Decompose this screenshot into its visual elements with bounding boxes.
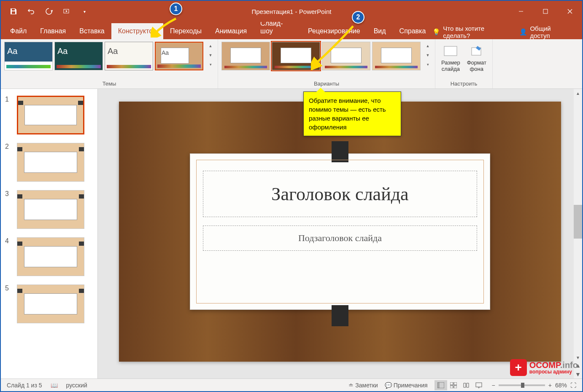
customize-group-label: Настроить bbox=[451, 79, 478, 89]
fit-to-window-icon[interactable]: ⛶ bbox=[570, 382, 576, 389]
gallery-down-icon[interactable]: ▼ bbox=[424, 51, 431, 59]
svg-rect-1 bbox=[543, 9, 548, 13]
tab-view[interactable]: Вид bbox=[367, 23, 393, 39]
minimize-button[interactable] bbox=[509, 1, 533, 22]
tab-home[interactable]: Главная bbox=[33, 23, 73, 39]
themes-group: Aa Aa Aa Aa ▲ ▼ ▾ Темы bbox=[1, 39, 218, 89]
workspace: 1 2 3 4 5 Заголовок слайда Подзаго bbox=[1, 89, 582, 379]
themes-group-label: Темы bbox=[103, 79, 116, 89]
zoom-slider[interactable] bbox=[499, 384, 545, 386]
svg-rect-7 bbox=[454, 382, 457, 385]
svg-rect-5 bbox=[437, 382, 440, 388]
language-indicator[interactable]: русский bbox=[66, 382, 87, 389]
gallery-expand-icon[interactable]: ▾ bbox=[207, 60, 214, 69]
format-background-label: Формат фона bbox=[467, 59, 486, 72]
watermark-main: OCOMP bbox=[529, 360, 560, 370]
qat-customize-icon[interactable]: ▾ bbox=[79, 6, 89, 16]
slide-number: 4 bbox=[5, 237, 13, 245]
slide-sorter-view-icon[interactable] bbox=[447, 380, 460, 390]
tell-me-search[interactable]: 💡 Что вы хотите сделать? bbox=[432, 25, 511, 39]
slide-thumbnail[interactable] bbox=[17, 285, 84, 323]
svg-rect-8 bbox=[450, 386, 453, 388]
slide-thumbnail[interactable] bbox=[17, 96, 84, 134]
slide-thumbnail[interactable] bbox=[17, 143, 84, 182]
slide-thumbnail[interactable] bbox=[17, 237, 84, 276]
variants-gallery-more[interactable]: ▲ ▼ ▾ bbox=[424, 42, 432, 69]
slide-canvas[interactable]: Заголовок слайда Подзаголовок слайда bbox=[119, 102, 561, 362]
theme-thumbnail[interactable]: Aa bbox=[105, 42, 153, 70]
reading-view-icon[interactable] bbox=[460, 380, 472, 390]
annotation-marker-1: 1 bbox=[170, 3, 182, 15]
tab-animations[interactable]: Анимация bbox=[208, 23, 254, 39]
slide-number: 1 bbox=[5, 96, 13, 103]
subtitle-placeholder[interactable]: Подзаголовок слайда bbox=[203, 226, 478, 251]
slide-size-label: Размер слайда bbox=[441, 59, 460, 72]
zoom-control: − + 68% ⛶ bbox=[492, 382, 576, 389]
slide-thumbnail-item[interactable]: 3 bbox=[5, 190, 93, 229]
close-button[interactable] bbox=[558, 1, 582, 22]
slide-thumbnail[interactable] bbox=[17, 190, 84, 229]
scrollbar-thumb[interactable] bbox=[574, 205, 582, 239]
slide-content-card: Заголовок слайда Подзаголовок слайда bbox=[190, 153, 491, 309]
svg-rect-2 bbox=[444, 46, 457, 56]
redo-icon[interactable] bbox=[44, 6, 54, 16]
status-bar: Слайд 1 из 5 📖 русский ≐ Заметки 💬 Приме… bbox=[1, 379, 582, 391]
slide-thumbnail-item[interactable]: 4 bbox=[5, 237, 93, 276]
slide-thumbnail-item[interactable]: 1 bbox=[5, 96, 93, 134]
zoom-out-button[interactable]: − bbox=[492, 382, 495, 389]
tab-file[interactable]: Файл bbox=[3, 23, 33, 39]
gallery-down-icon[interactable]: ▼ bbox=[207, 51, 214, 59]
share-label: Общий доступ bbox=[530, 25, 571, 39]
window-controls bbox=[509, 1, 582, 22]
share-icon: 👤 bbox=[519, 28, 527, 36]
comments-button[interactable]: 💬 Примечания bbox=[385, 382, 428, 389]
slide-size-icon bbox=[443, 43, 458, 59]
variant-thumbnail[interactable] bbox=[221, 42, 270, 70]
vertical-scrollbar[interactable]: ▲ ▼ ⯅ ⯆ bbox=[574, 89, 582, 379]
slide-number: 2 bbox=[5, 143, 13, 150]
slide-number: 5 bbox=[5, 285, 13, 292]
notes-button[interactable]: ≐ Заметки bbox=[348, 382, 378, 389]
share-button[interactable]: 👤 Общий доступ bbox=[519, 25, 571, 39]
clip-decoration-top bbox=[332, 141, 348, 162]
theme-thumbnail-selected[interactable]: Aa bbox=[155, 42, 203, 70]
start-from-beginning-icon[interactable] bbox=[62, 6, 72, 16]
zoom-percent[interactable]: 68% bbox=[555, 382, 567, 389]
format-background-icon bbox=[469, 43, 484, 59]
theme-thumbnail[interactable]: Aa bbox=[54, 42, 103, 70]
svg-rect-6 bbox=[450, 382, 453, 385]
slide-size-button[interactable]: Размер слайда bbox=[439, 42, 463, 74]
watermark-info: .info bbox=[560, 360, 578, 370]
undo-icon[interactable] bbox=[26, 6, 36, 16]
svg-rect-10 bbox=[476, 383, 482, 387]
ribbon-tabs: Файл Главная Вставка Конструктор Переход… bbox=[1, 22, 582, 39]
title-bar: ▾ Презентация1 - PowerPoint bbox=[1, 1, 582, 22]
title-placeholder[interactable]: Заголовок слайда bbox=[203, 171, 478, 217]
slide-thumbnail-item[interactable]: 5 bbox=[5, 285, 93, 323]
lightbulb-icon: 💡 bbox=[432, 28, 440, 36]
gallery-expand-icon[interactable]: ▾ bbox=[424, 60, 431, 69]
tab-insert[interactable]: Вставка bbox=[73, 23, 111, 39]
zoom-in-button[interactable]: + bbox=[548, 382, 552, 389]
view-buttons bbox=[435, 380, 485, 390]
format-background-button[interactable]: Формат фона bbox=[464, 42, 489, 74]
slide-thumbnails-panel[interactable]: 1 2 3 4 5 bbox=[1, 89, 98, 379]
slideshow-view-icon[interactable] bbox=[472, 380, 485, 390]
quick-access-toolbar: ▾ bbox=[1, 6, 97, 16]
slide-thumbnail-item[interactable]: 2 bbox=[5, 143, 93, 182]
variant-thumbnail[interactable] bbox=[372, 42, 421, 70]
scroll-up-icon[interactable]: ▲ bbox=[574, 89, 582, 97]
normal-view-icon[interactable] bbox=[435, 380, 447, 390]
spellcheck-icon[interactable]: 📖 bbox=[51, 382, 58, 389]
clip-decoration-bottom bbox=[332, 305, 348, 326]
tell-me-label: Что вы хотите сделать? bbox=[443, 25, 511, 39]
watermark-sub: вопросы админу bbox=[529, 369, 578, 374]
gallery-up-icon[interactable]: ▲ bbox=[207, 42, 214, 50]
slide-number: 3 bbox=[5, 190, 13, 198]
tab-help[interactable]: Справка bbox=[393, 23, 433, 39]
theme-thumbnail[interactable]: Aa bbox=[4, 42, 53, 70]
themes-gallery-more[interactable]: ▲ ▼ ▾ bbox=[207, 42, 214, 69]
gallery-up-icon[interactable]: ▲ bbox=[424, 42, 431, 50]
save-icon[interactable] bbox=[8, 6, 19, 16]
maximize-button[interactable] bbox=[533, 1, 558, 22]
